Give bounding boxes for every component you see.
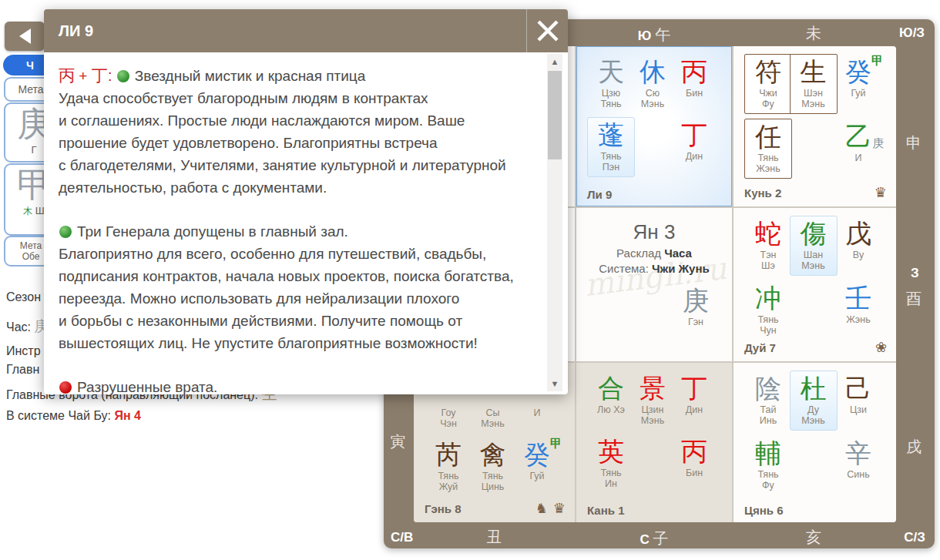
star-item: 英 Тянь Ин [593, 436, 629, 490]
wood-element-label: 木 [23, 206, 32, 216]
chart-type-line: Расклад Часа [576, 246, 732, 260]
star-item: 芮 Тянь Жуй [431, 439, 466, 493]
palace-name: Ли 9 [587, 188, 612, 201]
flower-icon: ❀ [875, 339, 887, 356]
app-root: Ч Мета 庚 Г 甲 木 Ш Мета Обе Сезон Час: 庚 И… [0, 0, 940, 560]
palace-dui7[interactable]: 蛇 Тэн Шэ 傷 Шан Мэнь 戊 Ву 冲 Тянь [734, 208, 896, 361]
chart-system-line: Система: Чжи Жунь [576, 262, 732, 275]
chart-center-info: mingli.ru Ян 3 Расклад Часа Система: Чжи… [576, 208, 732, 361]
branch-you: 酉 [906, 289, 922, 310]
modal-header: ЛИ 9 [44, 9, 568, 52]
palace-name: Кань 1 [587, 504, 624, 517]
modal-title: ЛИ 9 [59, 22, 93, 40]
system-value: Ян 4 [114, 409, 141, 422]
earth-stem-item: 辛 Синь [841, 438, 876, 480]
green-dot-icon [59, 226, 72, 238]
direction-south: Ю 午 [619, 25, 689, 45]
gate-item: 生 Шэн Мэнь [790, 54, 838, 114]
scrollbar-thumb[interactable] [548, 71, 562, 159]
crown-icon: ♛ [875, 184, 887, 201]
three-generals-paragraph: Три Генерала допущены в главный зал. Бла… [59, 220, 525, 354]
geng-marker: 庚 [872, 136, 884, 151]
close-icon [535, 18, 561, 44]
knight-icon: ♞ [535, 500, 548, 517]
palace-name: Гэнь 8 [425, 502, 462, 515]
branch-shen: 申 [906, 132, 922, 153]
gate-item: 杜 Ду Мэнь [790, 371, 838, 431]
deity-item: 合 Лю Хэ [593, 373, 629, 415]
palace-name: Кунь 2 [744, 186, 781, 200]
broken-gate-paragraph: Разрушенные врата. Хорошие качества врат… [59, 376, 525, 394]
palace-kun2[interactable]: 符 Чжи Фу 生 Шэн Мэнь 癸甲 Гуй 任 Тян [734, 46, 896, 206]
crown-icon: ♛ [553, 500, 566, 517]
star-item: 冲 Тянь Чун [750, 283, 786, 337]
corner-northwest: С/З [904, 530, 925, 545]
deity-item: 蛇 Тэн Шэ [750, 218, 786, 272]
deity-item: 天 Цзю Тянь [593, 56, 629, 110]
hidden-jia-marker: 甲 [550, 437, 562, 451]
scroll-up-icon[interactable]: ▲ [547, 54, 562, 69]
earth-stem-item: 癸甲 Гуй [519, 439, 555, 481]
corner-northeast: С/В [391, 530, 413, 545]
branch-xu: 戌 [906, 437, 922, 458]
star-2-item: 禽 Тянь Цинь [475, 439, 511, 493]
scroll-down-icon[interactable]: ▼ [547, 376, 562, 391]
earth-stem-item: 乙庚 И [841, 121, 876, 163]
heaven-stem-item: 丁 Дин [676, 373, 712, 415]
palace-name: Цянь 6 [744, 504, 784, 517]
direction-west: З [911, 266, 919, 281]
corner-southwest: Ю/З [899, 25, 925, 41]
green-dot-icon [117, 70, 129, 82]
heaven-stem-item: 己 Цзи [841, 373, 876, 415]
palace-qian6[interactable]: 陰 Тай Инь 杜 Ду Мэнь 己 Цзи 輔 Тянь [734, 363, 896, 522]
branch-wei: 未 [779, 23, 848, 44]
direction-north: С 子 [619, 528, 689, 549]
season-label: Сезон [6, 290, 41, 304]
hour-line: Час: 庚 [6, 317, 49, 337]
star-item: 蓬 Тянь Пэн [587, 117, 635, 177]
heaven-stem-item: 癸甲 Гуй [841, 56, 876, 99]
close-button[interactable] [526, 9, 568, 52]
modal-body[interactable]: 丙 + 丁: Звездный мистик и красная птица У… [44, 52, 568, 394]
instruments-label: Инстр [6, 344, 41, 358]
earth-stem-item: 丁 Дин [676, 119, 712, 162]
gate-item: 景 Цзин Мэнь [635, 373, 670, 427]
branch-yin: 寅 [390, 431, 405, 452]
star-item: 任 Тянь Жэнь [744, 119, 792, 179]
red-dot-icon [59, 381, 72, 394]
stem-ding: 丁 [92, 66, 108, 84]
deity-item: 陰 Тай Инь [750, 373, 786, 427]
hidden-jia-marker: 甲 [871, 54, 883, 69]
heaven-stem-item: 丙 Бин [676, 56, 712, 99]
star-item: 輔 Тянь Фу [750, 438, 786, 491]
palace-info-modal: ЛИ 9 丙 + 丁: Звездный мистик и красная пт… [44, 9, 568, 394]
palace-name: Дуй 7 [744, 341, 776, 354]
combination-paragraph: 丙 + 丁: Звездный мистик и красная птица У… [59, 64, 525, 199]
main-label: Главн [6, 363, 39, 377]
gate-item: 休 Сю Мэнь [635, 56, 670, 110]
earth-stem-item: 丙 Бин [676, 436, 712, 478]
hour-stem-item: 庚 Гэн [683, 285, 709, 327]
chart-structure-title: Ян 3 [576, 220, 732, 244]
gate-item: 傷 Шан Мэнь [790, 216, 838, 276]
heaven-stem-item: 戊 Ву [841, 218, 876, 260]
back-arrow-icon [19, 29, 31, 44]
palace-li9[interactable]: 天 Цзю Тянь 休 Сю Мэнь 丙 Бин 蓬 Тян [576, 46, 732, 206]
branch-chou: 丑 [459, 527, 529, 548]
modal-scrollbar[interactable]: ▲ ▼ [547, 54, 562, 391]
palace-kan1[interactable]: 合 Лю Хэ 景 Цзин Мэнь 丁 Дин 英 Тянь [576, 363, 732, 522]
deity-item: 符 Чжи Фу [744, 54, 792, 114]
stem-bing: 丙 [59, 66, 75, 84]
system-line: В системе Чай Бу: Ян 4 [6, 409, 141, 423]
back-button[interactable] [5, 22, 45, 51]
branch-hai: 亥 [779, 527, 848, 548]
earth-stem-item: 壬 Жэнь [841, 283, 876, 325]
